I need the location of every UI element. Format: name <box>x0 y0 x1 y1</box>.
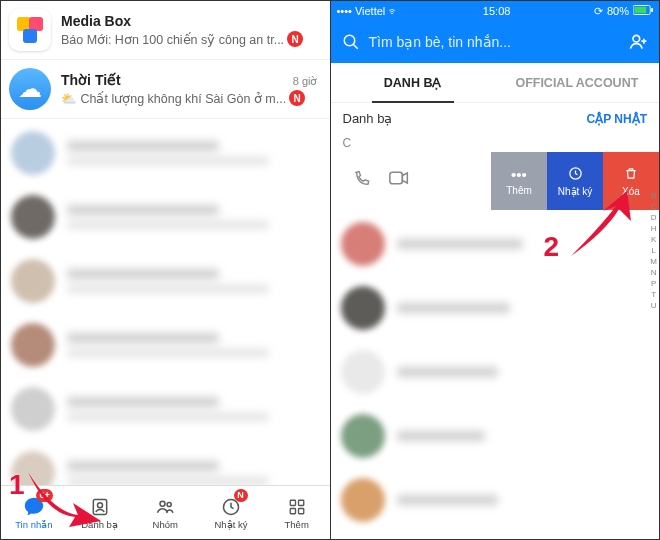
search-input[interactable]: Tìm bạn bè, tin nhắn... <box>369 34 626 50</box>
svg-point-3 <box>167 502 171 506</box>
tab-label: Nhóm <box>153 519 178 530</box>
svg-rect-0 <box>93 499 106 514</box>
idx-letter[interactable]: D <box>651 213 657 222</box>
svg-rect-5 <box>290 500 295 505</box>
svg-rect-6 <box>298 500 303 505</box>
signal-icon: •••• <box>337 5 352 17</box>
swipe-actions: ••• Thêm Nhật ký Xóa <box>491 152 659 210</box>
mediabox-icon <box>9 9 51 51</box>
rotation-lock-icon: ⟳ <box>594 5 603 18</box>
idx-letter[interactable]: L <box>651 246 655 255</box>
swipe-label: Xóa <box>622 186 640 197</box>
contact-list-blurred <box>331 210 660 532</box>
header-bar: Tìm bạn bè, tin nhắn... <box>331 21 660 63</box>
feed-item-mediabox[interactable]: Media Box Báo Mới: Hơn 100 chiến sỹ công… <box>1 1 330 60</box>
idx-letter[interactable]: U <box>651 301 657 310</box>
section-header: Danh bạ CẬP NHẬT <box>331 103 660 134</box>
new-badge: N <box>287 31 303 47</box>
idx-letter[interactable]: K <box>651 235 656 244</box>
section-title: Danh bạ <box>343 111 393 126</box>
clock-icon <box>568 166 583 184</box>
tab-more[interactable]: Thêm <box>264 486 330 539</box>
contacts-tabs: DANH BẠ OFFICIAL ACCOUNT <box>331 63 660 103</box>
index-letter: C <box>331 134 660 152</box>
screen-messages: Media Box Báo Mới: Hơn 100 chiến sỹ công… <box>1 1 331 539</box>
idx-letter[interactable]: B <box>651 191 656 200</box>
add-friend-icon[interactable] <box>625 29 651 55</box>
svg-point-2 <box>160 501 165 506</box>
idx-letter[interactable]: M <box>650 257 657 266</box>
svg-rect-7 <box>290 508 295 513</box>
status-bar: •••• Viettel ᯤ 15:08 ⟳ 80% <box>331 1 660 21</box>
tab-label: Thêm <box>285 519 309 530</box>
tab-label: Tin nhắn <box>15 519 52 530</box>
time-label: 8 giờ <box>293 75 318 88</box>
svg-point-1 <box>97 502 102 507</box>
feed-title: Thời Tiết <box>61 72 293 88</box>
tab-badge: N <box>234 489 248 502</box>
idx-letter[interactable]: T <box>651 290 656 299</box>
svg-point-12 <box>344 35 355 46</box>
search-icon[interactable] <box>339 30 363 54</box>
chat-list-blurred <box>1 119 330 505</box>
status-time: 15:08 <box>483 5 511 17</box>
weather-icon: ☁ <box>9 68 51 110</box>
contact-row-swiped: ••• Thêm Nhật ký Xóa <box>331 152 660 210</box>
call-icon[interactable] <box>353 170 371 193</box>
ellipsis-icon: ••• <box>511 166 527 183</box>
svg-rect-10 <box>634 7 646 13</box>
index-column[interactable]: B C D H K L M N P T U <box>650 191 657 310</box>
update-button[interactable]: CẬP NHẬT <box>587 112 647 126</box>
tab-badge: 6+ <box>36 489 52 502</box>
tab-contacts[interactable]: Danh bạ <box>67 486 133 539</box>
tab-label: Nhật ký <box>214 519 247 530</box>
swipe-label: Thêm <box>506 185 532 196</box>
tab-messages[interactable]: Tin nhắn 6+ <box>1 486 67 539</box>
feed-title: Media Box <box>61 13 320 29</box>
tab-label: Danh bạ <box>81 519 118 530</box>
svg-rect-11 <box>651 8 653 12</box>
groups-icon <box>154 496 176 518</box>
svg-rect-14 <box>389 172 402 184</box>
tab-official[interactable]: OFFICIAL ACCOUNT <box>495 63 659 102</box>
trash-icon <box>624 166 638 184</box>
feed-item-weather[interactable]: ☁ Thời Tiết 8 giờ ⛅ Chất lượng không khí… <box>1 60 330 119</box>
battery-icon <box>633 5 653 17</box>
bottom-tabbar: Tin nhắn 6+ Danh bạ Nhóm Nhật ký <box>1 485 330 539</box>
contacts-icon <box>89 496 111 518</box>
swipe-log-button[interactable]: Nhật ký <box>547 152 603 210</box>
idx-letter[interactable]: C <box>651 202 657 211</box>
tab-danhba[interactable]: DANH BẠ <box>331 63 495 102</box>
carrier-label: Viettel <box>355 5 385 17</box>
screen-contacts: •••• Viettel ᯤ 15:08 ⟳ 80% Tìm bạn bè, t… <box>331 1 660 539</box>
battery-label: 80% <box>607 5 629 17</box>
idx-letter[interactable]: N <box>651 268 657 277</box>
idx-letter[interactable]: P <box>651 279 656 288</box>
more-icon <box>286 496 308 518</box>
swipe-more-button[interactable]: ••• Thêm <box>491 152 547 210</box>
idx-letter[interactable]: H <box>651 224 657 233</box>
tab-groups[interactable]: Nhóm <box>132 486 198 539</box>
swipe-label: Nhật ký <box>558 186 592 197</box>
new-badge: N <box>289 90 305 106</box>
svg-rect-8 <box>298 508 303 513</box>
tab-log[interactable]: Nhật ký N <box>198 486 264 539</box>
wifi-icon: ᯤ <box>388 5 399 17</box>
svg-point-13 <box>633 35 640 42</box>
feed-sub: Báo Mới: Hơn 100 chiến sỹ công an tr... <box>61 32 284 47</box>
video-icon[interactable] <box>389 170 409 193</box>
feed-sub: ⛅ Chất lượng không khí Sài Gòn ở m... <box>61 91 286 106</box>
